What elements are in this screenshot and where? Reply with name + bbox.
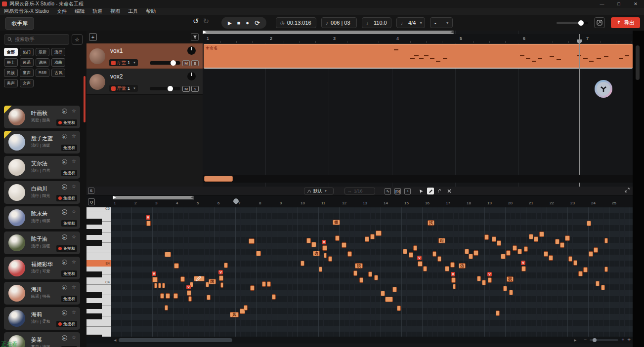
time-signature-select[interactable]: ♩ 4/4 ▼ xyxy=(396,17,425,28)
reverb-select[interactable]: 厅堂1▼ xyxy=(109,85,138,92)
note[interactable] xyxy=(524,246,528,252)
note[interactable] xyxy=(534,236,538,242)
piano-keys[interactable]: C5C4E4 xyxy=(86,207,111,337)
pan-knob[interactable] xyxy=(187,72,196,80)
mode-select[interactable]: 默认 ▼ xyxy=(304,188,334,194)
note[interactable] xyxy=(158,283,161,288)
note[interactable] xyxy=(250,285,255,291)
note[interactable] xyxy=(587,221,591,226)
note[interactable] xyxy=(376,231,382,236)
menu-item-工具[interactable]: 工具 xyxy=(128,8,138,15)
note[interactable] xyxy=(578,271,583,276)
favorites-filter-button[interactable]: ☆ xyxy=(72,34,83,45)
note[interactable] xyxy=(544,251,548,257)
note[interactable] xyxy=(244,305,248,310)
singer-card[interactable]: 白屿川流行 | 阳光▶☆免授权 xyxy=(4,181,80,204)
note[interactable] xyxy=(368,271,372,277)
filter-tag[interactable]: 最新 xyxy=(36,48,49,56)
singer-card[interactable]: 海莉流行 | 柔和▶☆免授权 xyxy=(4,307,80,330)
note[interactable] xyxy=(353,270,357,276)
note[interactable] xyxy=(413,245,417,251)
note[interactable] xyxy=(437,256,441,262)
note[interactable] xyxy=(450,262,455,268)
note[interactable] xyxy=(583,267,588,272)
note[interactable] xyxy=(506,250,511,256)
note-with-lyric[interactable]: 起 xyxy=(438,238,445,243)
piano-roll-zoom-range[interactable] xyxy=(113,196,194,199)
filter-tag[interactable]: 美声 xyxy=(4,79,18,87)
arrangement-ruler[interactable]: 1234567 xyxy=(203,34,633,43)
note[interactable] xyxy=(146,221,151,226)
note[interactable] xyxy=(324,253,327,258)
panel-toggle-button[interactable] xyxy=(594,17,605,28)
note[interactable] xyxy=(152,277,158,282)
preview-play-button[interactable]: ▶ xyxy=(62,184,67,190)
preview-play-button[interactable]: ▶ xyxy=(62,134,67,139)
stop-button[interactable]: ■ xyxy=(237,20,241,26)
redo-icon[interactable]: ↻ xyxy=(203,17,210,26)
breath-toggle[interactable]: [b] xyxy=(394,188,401,194)
preview-play-button[interactable]: ▶ xyxy=(62,260,67,265)
add-track-button[interactable]: + xyxy=(89,33,97,41)
filter-tag[interactable]: R&B xyxy=(36,69,49,77)
loop-button[interactable]: ⟳ xyxy=(255,19,260,27)
note-with-lyric[interactable]: 找 xyxy=(428,220,434,226)
preview-play-button[interactable]: ▶ xyxy=(62,209,67,215)
export-button[interactable]: 导出 xyxy=(611,17,640,28)
note[interactable] xyxy=(328,256,332,262)
note[interactable] xyxy=(162,283,165,288)
black-key[interactable] xyxy=(86,219,102,225)
note[interactable] xyxy=(484,234,489,240)
note[interactable] xyxy=(262,281,266,287)
black-key[interactable] xyxy=(86,303,102,309)
favorite-star-icon[interactable]: ☆ xyxy=(72,309,76,315)
note[interactable] xyxy=(187,290,191,296)
preview-play-button[interactable]: ▶ xyxy=(62,310,67,315)
note[interactable] xyxy=(594,247,598,253)
black-key[interactable] xyxy=(86,313,102,319)
note[interactable] xyxy=(565,235,570,241)
pitch-curve-toggle[interactable]: ∿ xyxy=(385,188,391,194)
filter-tag[interactable]: 全部 xyxy=(4,48,18,56)
fit-zoom-button[interactable]: ✛ xyxy=(627,338,631,342)
minimize-button[interactable]: — xyxy=(594,0,610,8)
note[interactable] xyxy=(465,249,469,254)
maximize-button[interactable]: □ xyxy=(610,0,627,8)
note[interactable] xyxy=(335,235,340,241)
note-with-lyric[interactable]: 脱 xyxy=(355,263,363,269)
solo-button[interactable]: S xyxy=(191,60,199,66)
singer-card[interactable]: 福姬彩华流行 | 可爱▶☆免授权 xyxy=(4,257,80,279)
black-key[interactable] xyxy=(86,292,102,298)
dynamics-toggle[interactable]: ◔ xyxy=(404,188,411,194)
arrangement-hscrollbar[interactable] xyxy=(203,175,633,183)
note[interactable] xyxy=(560,242,564,248)
note[interactable] xyxy=(403,249,407,254)
note[interactable] xyxy=(604,238,608,243)
favorite-star-icon[interactable]: ☆ xyxy=(72,259,76,265)
note[interactable] xyxy=(497,240,501,246)
note[interactable] xyxy=(188,296,192,302)
favorite-star-icon[interactable]: ☆ xyxy=(72,335,76,340)
favorite-star-icon[interactable]: ☆ xyxy=(72,284,76,290)
filter-tag[interactable]: 民族 xyxy=(4,69,18,77)
track-header-vox2[interactable]: vox2厅堂1▼MS xyxy=(86,69,203,95)
favorite-star-icon[interactable]: ☆ xyxy=(72,133,76,139)
note[interactable] xyxy=(409,252,413,258)
favorite-star-icon[interactable]: ☆ xyxy=(72,209,76,214)
filter-tag[interactable]: 戏曲 xyxy=(51,58,65,67)
eraser-tool[interactable] xyxy=(436,188,443,194)
menu-item-轨道[interactable]: 轨道 xyxy=(92,8,102,15)
play-button[interactable]: ▶ xyxy=(228,20,232,26)
note[interactable] xyxy=(385,297,393,302)
note[interactable] xyxy=(521,266,526,271)
note[interactable] xyxy=(418,261,423,267)
filter-tag[interactable]: 童声 xyxy=(20,69,34,77)
highlighted-key[interactable]: E4 xyxy=(86,260,111,267)
note[interactable] xyxy=(469,254,473,259)
note[interactable] xyxy=(509,290,513,295)
menu-item-编辑[interactable]: 编辑 xyxy=(75,8,85,15)
preview-play-button[interactable]: ▶ xyxy=(62,234,67,240)
zoom-in-button[interactable]: + xyxy=(621,337,624,343)
mute-button[interactable]: M xyxy=(182,60,190,66)
note[interactable] xyxy=(174,263,179,269)
